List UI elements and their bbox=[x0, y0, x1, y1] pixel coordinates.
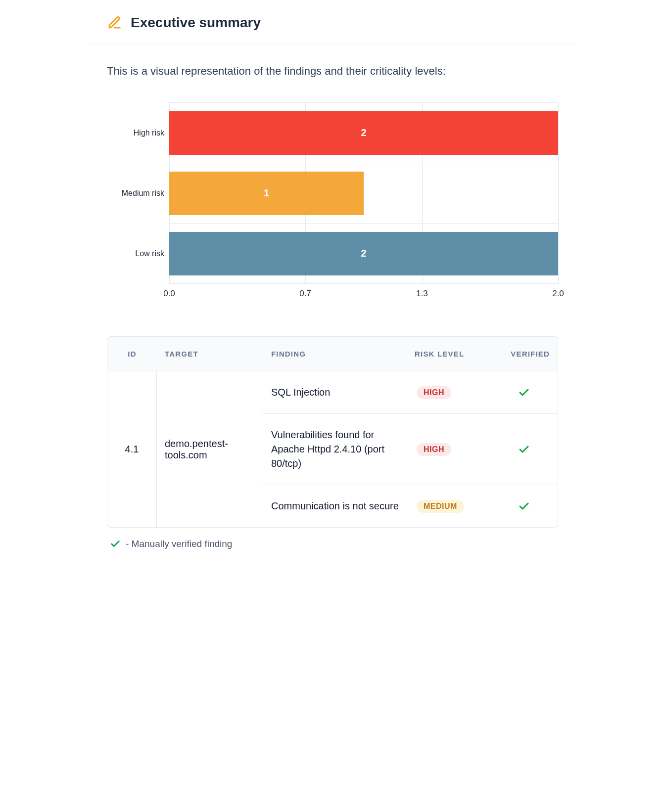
table-legend: - Manually verified finding bbox=[89, 536, 576, 569]
cell-target: demo.pentest-tools.com bbox=[157, 371, 263, 527]
cell-verified bbox=[498, 485, 558, 527]
table-header-row: ID TARGET FINDING RISK LEVEL VERIFIED bbox=[107, 337, 558, 371]
risk-badge: MEDIUM bbox=[417, 500, 464, 513]
table-body: 4.1 demo.pentest-tools.com SQL Injection… bbox=[107, 371, 558, 527]
checkmark-icon bbox=[110, 539, 121, 549]
cell-risk-level: HIGH bbox=[407, 414, 498, 485]
chart-gridline bbox=[558, 103, 559, 284]
checkmark-icon bbox=[518, 387, 530, 399]
section-header: Executive summary bbox=[89, 0, 576, 45]
section-title: Executive summary bbox=[131, 15, 261, 31]
checkmark-icon bbox=[518, 444, 530, 455]
chart-x-tick: 0.0 bbox=[163, 289, 175, 299]
cell-finding: Communication is not secure bbox=[263, 485, 407, 527]
chart-bar: 1 bbox=[169, 172, 364, 215]
legend-text: - Manually verified finding bbox=[126, 539, 232, 549]
col-header-finding: FINDING bbox=[263, 337, 407, 371]
chart-category-label: Medium risk bbox=[107, 189, 164, 198]
table-row: Vulnerabilities found for Apache Httpd 2… bbox=[263, 414, 558, 485]
findings-table: ID TARGET FINDING RISK LEVEL VERIFIED 4.… bbox=[107, 336, 558, 528]
chart-x-tick: 1.3 bbox=[416, 289, 428, 299]
cell-finding: Vulnerabilities found for Apache Httpd 2… bbox=[263, 414, 407, 485]
col-header-id: ID bbox=[107, 337, 157, 371]
intro-text: This is a visual representation of the f… bbox=[89, 45, 576, 88]
cell-risk-level: HIGH bbox=[407, 371, 498, 413]
table-row: Communication is not secureMEDIUM bbox=[263, 485, 558, 527]
cell-finding: SQL Injection bbox=[263, 371, 407, 413]
table-row: SQL InjectionHIGH bbox=[263, 371, 558, 414]
edit-icon bbox=[107, 15, 122, 30]
chart-category-label: High risk bbox=[107, 129, 164, 137]
criticality-bar-chart: High risk2Medium risk1Low risk2 0.00.71.… bbox=[89, 88, 576, 312]
chart-category-label: Low risk bbox=[107, 249, 164, 258]
risk-badge: HIGH bbox=[417, 386, 451, 399]
chart-x-tick: 2.0 bbox=[552, 289, 564, 299]
risk-badge: HIGH bbox=[417, 443, 451, 456]
chart-bar: 2 bbox=[169, 232, 558, 275]
col-header-verified: VERIFIED bbox=[498, 337, 558, 371]
checkmark-icon bbox=[518, 500, 530, 512]
cell-verified bbox=[498, 414, 558, 485]
chart-bar: 2 bbox=[169, 111, 558, 155]
col-header-target: TARGET bbox=[157, 337, 263, 371]
cell-risk-level: MEDIUM bbox=[407, 485, 498, 527]
cell-id: 4.1 bbox=[107, 371, 157, 527]
cell-verified bbox=[498, 371, 558, 413]
chart-row: Medium risk1 bbox=[169, 163, 558, 224]
col-header-risk: RISK LEVEL bbox=[407, 337, 498, 371]
chart-x-tick: 0.7 bbox=[299, 289, 311, 299]
chart-row: Low risk2 bbox=[169, 224, 558, 284]
executive-summary-page: Executive summary This is a visual repre… bbox=[89, 0, 576, 569]
chart-row: High risk2 bbox=[169, 103, 558, 163]
